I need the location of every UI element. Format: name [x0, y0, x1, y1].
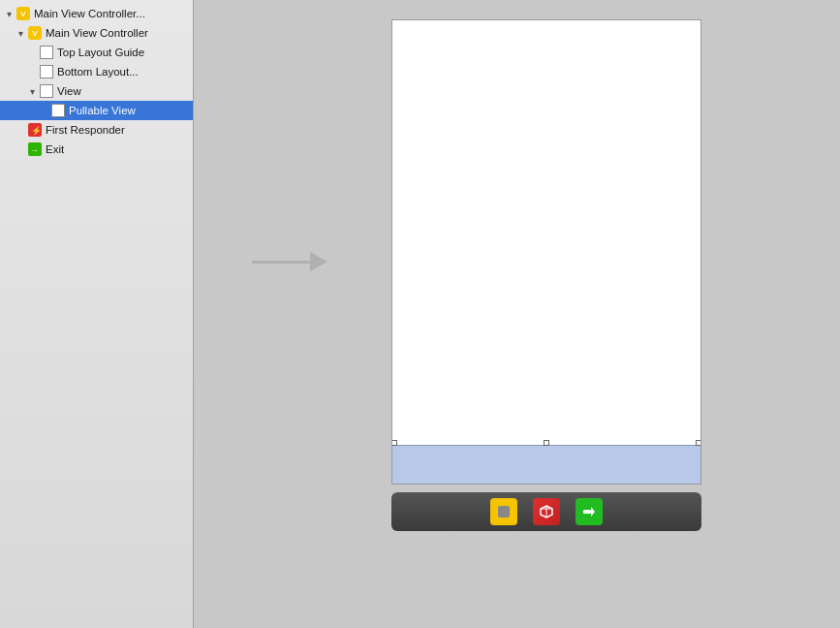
triangle-icon: [27, 86, 37, 96]
sidebar-item-main-vc-header[interactable]: V Main View Controller...: [0, 4, 193, 23]
sidebar-item-label: Exit: [46, 143, 64, 155]
resize-handle-bottom-mid[interactable]: [544, 440, 549, 446]
canvas-frame[interactable]: [391, 19, 701, 485]
iphone-canvas-area: [391, 19, 701, 531]
bottom-toolbar: [391, 492, 701, 531]
arrow: [252, 252, 327, 271]
sidebar-item-exit[interactable]: → Exit: [0, 140, 193, 159]
sidebar-item-top-layout[interactable]: Top Layout Guide: [0, 43, 193, 62]
triangle-icon: [16, 28, 25, 38]
cube-button[interactable]: [533, 498, 560, 525]
exit-icon: →: [27, 141, 43, 157]
svg-text:→: →: [30, 145, 39, 155]
resize-handle-bottom-left[interactable]: [391, 440, 397, 446]
svg-marker-6: [591, 507, 595, 517]
spacer: [27, 47, 37, 57]
vc-icon: V: [16, 6, 31, 21]
spacer: [16, 125, 25, 135]
resize-handle-bottom-right[interactable]: [696, 440, 701, 446]
sidebar-item-main-vc[interactable]: V Main View Controller: [0, 23, 193, 43]
stop-button[interactable]: [490, 498, 517, 525]
exit-arrow-button[interactable]: [576, 498, 603, 525]
main-canvas-area: [194, 0, 840, 628]
sidebar-item-label: First Responder: [46, 124, 125, 136]
cube-icon: [539, 504, 554, 519]
view-icon: [39, 83, 54, 99]
svg-rect-5: [583, 510, 591, 514]
sidebar-item-label: Top Layout Guide: [57, 47, 144, 58]
pullable-view-canvas[interactable]: [392, 445, 700, 484]
spacer: [39, 106, 48, 115]
spacer: [16, 144, 25, 154]
sidebar: V Main View Controller... V Main View Co…: [0, 0, 194, 628]
sidebar-item-label: Main View Controller: [46, 27, 148, 39]
layout-guide-icon: [39, 64, 54, 79]
canvas-wrapper: [391, 19, 701, 485]
exit-arrow-icon: [581, 504, 597, 519]
sidebar-item-first-responder[interactable]: ⚡ First Responder: [0, 120, 193, 140]
arrow-line: [252, 261, 310, 264]
vc-icon: V: [27, 25, 43, 41]
stop-icon: [498, 506, 510, 518]
sidebar-item-view[interactable]: View: [0, 81, 193, 101]
first-responder-icon: ⚡: [27, 122, 43, 138]
arrow-indicator: [252, 252, 327, 271]
sidebar-item-bottom-layout[interactable]: Bottom Layout...: [0, 62, 193, 81]
sidebar-item-label: View: [57, 85, 81, 97]
sidebar-item-label: Bottom Layout...: [57, 66, 139, 78]
triangle-icon: [4, 9, 14, 18]
sidebar-item-label: Main View Controller...: [34, 8, 145, 19]
sidebar-item-label: Pullable View: [69, 105, 136, 116]
svg-text:⚡: ⚡: [31, 125, 40, 135]
layout-guide-icon: [39, 45, 54, 60]
view-icon: [50, 103, 66, 118]
sidebar-item-pullable-view[interactable]: Pullable View: [0, 101, 193, 120]
arrow-head: [310, 252, 327, 271]
spacer: [27, 67, 37, 77]
